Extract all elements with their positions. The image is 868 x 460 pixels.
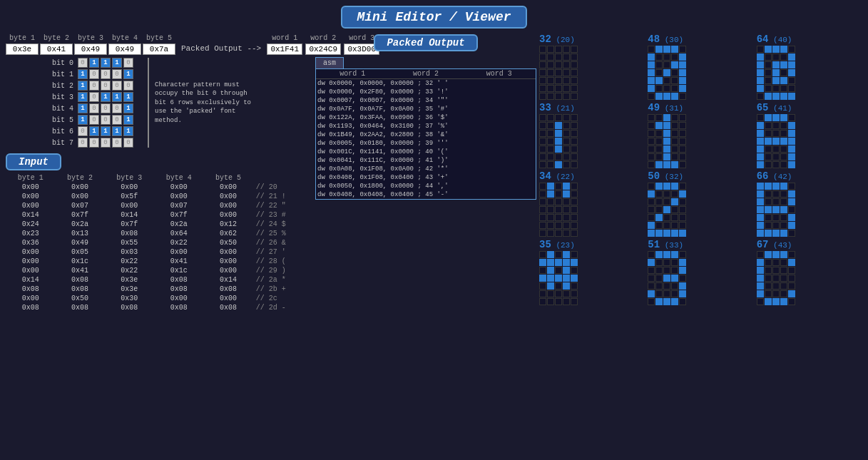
bit-cell-r0-c3[interactable]: 1	[112, 58, 122, 68]
input-cell-r2-c1[interactable]: 0x07	[55, 201, 104, 210]
bit-cell-r4-c2[interactable]: 0	[101, 103, 111, 113]
output-table-container[interactable]: word 1 word 2 word 3 dw 0x0000, 0x0000, …	[315, 68, 536, 200]
bit-cell-r6-c3[interactable]: 1	[112, 126, 122, 136]
input-cell-r6-c3[interactable]: 0x22	[154, 238, 203, 247]
bit-cell-r6-c1[interactable]: 1	[89, 126, 99, 136]
input-cell-r9-c4[interactable]: 0x00	[203, 266, 252, 275]
input-cell-r10-c0[interactable]: 0x14	[6, 275, 55, 285]
bit-cell-r2-c3[interactable]: 0	[112, 81, 122, 91]
input-cell-r6-c1[interactable]: 0x49	[55, 238, 104, 247]
input-cell-r8-c0[interactable]: 0x00	[6, 257, 55, 266]
input-cell-r11-c1[interactable]: 0x08	[55, 285, 104, 294]
bit-cell-r5-c1[interactable]: 0	[89, 115, 99, 125]
byte-val-4[interactable]: 0x49	[108, 44, 141, 55]
input-cell-r10-c4[interactable]: 0x14	[203, 275, 252, 285]
input-cell-r1-c0[interactable]: 0x00	[6, 192, 55, 201]
input-cell-r13-c3[interactable]: 0x08	[154, 303, 203, 312]
input-cell-r9-c3[interactable]: 0x1c	[154, 266, 203, 275]
input-cell-r13-c4[interactable]: 0x08	[203, 303, 252, 312]
input-cell-r2-c0[interactable]: 0x00	[6, 201, 55, 210]
input-cell-r3-c2[interactable]: 0x14	[105, 210, 154, 220]
input-cell-r7-c0[interactable]: 0x00	[6, 247, 55, 257]
bit-cell-r7-c3[interactable]: 0	[112, 138, 122, 148]
input-cell-r9-c2[interactable]: 0x22	[105, 266, 154, 275]
input-cell-r10-c1[interactable]: 0x08	[55, 275, 104, 285]
bit-cell-r7-c1[interactable]: 0	[89, 138, 99, 148]
bit-cell-r6-c2[interactable]: 1	[101, 126, 111, 136]
input-cell-r11-c0[interactable]: 0x08	[6, 285, 55, 294]
bit-cell-r3-c0[interactable]: 1	[78, 92, 88, 102]
input-cell-r3-c3[interactable]: 0x7f	[154, 210, 203, 220]
input-cell-r10-c3[interactable]: 0x08	[154, 275, 203, 285]
bit-cell-r0-c1[interactable]: 1	[89, 58, 99, 68]
input-cell-r12-c3[interactable]: 0x00	[154, 294, 203, 303]
input-cell-r5-c0[interactable]: 0x23	[6, 229, 55, 238]
bit-cell-r5-c2[interactable]: 0	[101, 115, 111, 125]
input-cell-r5-c2[interactable]: 0x08	[105, 229, 154, 238]
input-cell-r12-c0[interactable]: 0x00	[6, 294, 55, 303]
bit-cell-r2-c0[interactable]: 1	[78, 81, 88, 91]
input-cell-r11-c2[interactable]: 0x3e	[105, 285, 154, 294]
bit-cell-r7-c2[interactable]: 0	[101, 138, 111, 148]
input-cell-r5-c1[interactable]: 0x13	[55, 229, 104, 238]
bit-cell-r4-c3[interactable]: 0	[112, 103, 122, 113]
input-cell-r4-c1[interactable]: 0x2a	[55, 220, 104, 229]
input-cell-r7-c2[interactable]: 0x03	[105, 247, 154, 257]
bit-cell-r1-c0[interactable]: 1	[78, 69, 88, 79]
byte-val-2[interactable]: 0x41	[40, 44, 73, 55]
bit-cell-r3-c3[interactable]: 1	[112, 92, 122, 102]
input-cell-r0-c4[interactable]: 0x00	[203, 183, 252, 192]
input-cell-r1-c4[interactable]: 0x00	[203, 192, 252, 201]
bit-cell-r4-c4[interactable]: 1	[123, 103, 133, 113]
bit-cell-r3-c1[interactable]: 0	[89, 92, 99, 102]
input-cell-r3-c4[interactable]: 0x00	[203, 210, 252, 220]
input-cell-r7-c1[interactable]: 0x05	[55, 247, 104, 257]
input-cell-r6-c0[interactable]: 0x36	[6, 238, 55, 247]
bit-cell-r4-c1[interactable]: 0	[89, 103, 99, 113]
input-cell-r8-c4[interactable]: 0x00	[203, 257, 252, 266]
input-cell-r2-c2[interactable]: 0x00	[105, 201, 154, 210]
bit-cell-r2-c1[interactable]: 0	[89, 81, 99, 91]
input-cell-r8-c1[interactable]: 0x1c	[55, 257, 104, 266]
bit-cell-r4-c0[interactable]: 1	[78, 103, 88, 113]
input-cell-r12-c1[interactable]: 0x50	[55, 294, 104, 303]
bit-cell-r1-c3[interactable]: 0	[112, 69, 122, 79]
bit-cell-r5-c3[interactable]: 0	[112, 115, 122, 125]
byte-val-5[interactable]: 0x7a	[143, 44, 175, 55]
input-cell-r4-c4[interactable]: 0x12	[203, 220, 252, 229]
bit-cell-r0-c4[interactable]: 0	[123, 58, 133, 68]
input-cell-r1-c1[interactable]: 0x00	[55, 192, 104, 201]
asm-tab[interactable]: asm	[315, 57, 344, 68]
bit-cell-r7-c4[interactable]: 0	[123, 138, 133, 148]
input-cell-r12-c2[interactable]: 0x30	[105, 294, 154, 303]
input-cell-r5-c4[interactable]: 0x62	[203, 229, 252, 238]
input-cell-r0-c3[interactable]: 0x00	[154, 183, 203, 192]
word-val-1[interactable]: 0x1F41	[267, 44, 302, 55]
input-cell-r6-c4[interactable]: 0x50	[203, 238, 252, 247]
input-cell-r13-c2[interactable]: 0x08	[105, 303, 154, 312]
bit-cell-r2-c4[interactable]: 0	[123, 81, 133, 91]
input-cell-r12-c4[interactable]: 0x00	[203, 294, 252, 303]
input-cell-r4-c0[interactable]: 0x24	[6, 220, 55, 229]
byte-val-3[interactable]: 0x49	[74, 44, 107, 55]
input-cell-r4-c2[interactable]: 0x7f	[105, 220, 154, 229]
input-cell-r1-c2[interactable]: 0x5f	[105, 192, 154, 201]
bit-cell-r5-c4[interactable]: 1	[123, 115, 133, 125]
input-cell-r4-c3[interactable]: 0x2a	[154, 220, 203, 229]
bit-cell-r5-c0[interactable]: 1	[78, 115, 88, 125]
bit-cell-r0-c0[interactable]: 0	[78, 58, 88, 68]
input-cell-r11-c4[interactable]: 0x08	[203, 285, 252, 294]
input-cell-r0-c1[interactable]: 0x00	[55, 183, 104, 192]
input-cell-r5-c3[interactable]: 0x64	[154, 229, 203, 238]
bit-cell-r0-c2[interactable]: 1	[101, 58, 111, 68]
byte-val-1[interactable]: 0x3e	[6, 44, 39, 55]
bit-cell-r7-c0[interactable]: 0	[78, 138, 88, 148]
input-cell-r8-c2[interactable]: 0x22	[105, 257, 154, 266]
input-cell-r3-c0[interactable]: 0x14	[6, 210, 55, 220]
input-cell-r6-c2[interactable]: 0x55	[105, 238, 154, 247]
bit-cell-r1-c1[interactable]: 0	[89, 69, 99, 79]
input-cell-r10-c2[interactable]: 0x3e	[105, 275, 154, 285]
bit-cell-r6-c4[interactable]: 1	[123, 126, 133, 136]
input-cell-r1-c3[interactable]: 0x00	[154, 192, 203, 201]
input-cell-r9-c1[interactable]: 0x41	[55, 266, 104, 275]
